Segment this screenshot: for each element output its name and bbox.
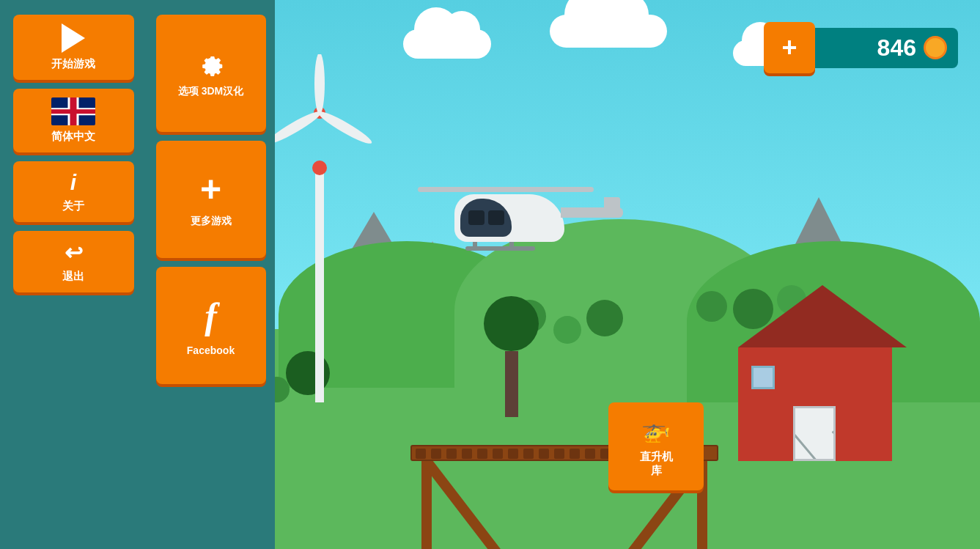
facebook-label: Facebook [187,344,235,356]
quit-button[interactable]: ↩ 退出 [13,231,134,292]
language-button[interactable]: 简体中文 [13,89,134,152]
options-button[interactable]: 选项 3DM汉化 [156,15,266,132]
sidebar-left: 开始游戏 简体中文 i 关于 ↩ 退出 [0,0,147,549]
tree-round-4 [696,291,727,322]
tree-round-3 [586,300,623,336]
gear-icon [196,48,226,78]
quit-label: 退出 [62,270,84,284]
turbine-pole [315,168,324,402]
about-button[interactable]: i 关于 [13,161,134,222]
facebook-button[interactable]: f Facebook [156,267,266,384]
helicopter-icon: 🚁 [641,416,671,443]
info-icon: i [70,170,76,195]
more-games-label: 更多游戏 [191,215,232,228]
add-currency-button[interactable]: + [764,22,815,73]
uk-flag-icon [51,97,95,125]
turbine-blades [261,54,378,172]
helicopter [454,194,564,242]
play-icon [62,23,85,53]
turbine-hub [312,161,327,175]
barn [738,285,907,461]
cloud-2 [550,15,667,48]
currency-display: 846 [811,28,958,68]
svg-rect-4 [421,461,432,549]
more-games-button[interactable]: + 更多游戏 [156,141,266,258]
wind-turbine [315,168,324,402]
svg-point-1 [314,54,325,114]
plus-icon: + [200,171,221,207]
hangar-button[interactable]: 🚁 直升机 库 [608,402,704,490]
hangar-label: 直升机 库 [640,449,673,478]
big-tree-area [484,296,539,417]
coin-icon [924,36,947,59]
language-label: 简体中文 [51,130,95,144]
options-label: 选项 3DM汉化 [178,85,243,98]
about-label: 关于 [62,199,84,213]
cloud-1 [403,29,491,59]
svg-point-2 [316,108,375,147]
currency-amount: 846 [877,34,916,62]
start-game-label: 开始游戏 [51,57,95,71]
add-currency-icon: + [781,32,797,63]
back-icon: ↩ [65,240,83,265]
tree-round-2 [553,316,581,344]
start-game-button[interactable]: 开始游戏 [13,15,134,80]
currency-bar: + 846 [764,22,958,73]
sidebar-right: 选项 3DM汉化 + 更多游戏 f Facebook [147,0,275,549]
facebook-icon: f [205,295,217,337]
